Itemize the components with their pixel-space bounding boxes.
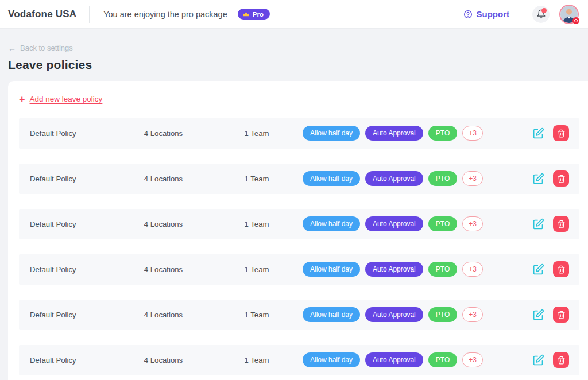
policy-list: Default Policy 4 Locations 1 Team Allow … [19,118,579,375]
edit-policy-button[interactable] [532,218,544,230]
tag-pto: PTO [428,126,457,141]
avatar[interactable] [559,5,579,24]
policy-locations: 4 Locations [116,175,211,183]
tag-allow-half-day: Allow half day [303,307,360,322]
delete-policy-button[interactable] [553,352,569,368]
policy-locations: 4 Locations [116,356,211,365]
edit-policy-button[interactable] [532,263,544,276]
policy-row: Default Policy 4 Locations 1 Team Allow … [19,164,579,194]
tag-pto: PTO [428,352,457,367]
policy-locations: 4 Locations [116,311,211,319]
edit-pencil-icon [532,263,544,276]
tag-pto: PTO [428,171,457,186]
policy-actions [532,261,569,277]
notifications-button[interactable] [532,6,550,23]
delete-policy-button[interactable] [553,261,569,277]
policy-row: Default Policy 4 Locations 1 Team Allow … [19,118,579,149]
add-leave-policy-label: Add new leave policy [30,95,103,103]
edit-pencil-icon [532,309,544,321]
back-arrow-icon: ← [8,44,16,52]
policy-row: Default Policy 4 Locations 1 Team Allow … [19,345,579,375]
trash-icon [557,175,566,183]
tag-more-count[interactable]: +3 [462,126,483,141]
policy-locations: 4 Locations [116,220,211,228]
policy-team: 1 Team [211,311,303,319]
policy-actions [532,216,569,232]
crown-icon [242,10,250,18]
policy-name: Default Policy [30,356,116,365]
trash-icon [557,220,566,228]
policy-tags: Allow half day Auto Approval PTO +3 [303,352,532,367]
tag-more-count[interactable]: +3 [462,216,483,231]
policy-row: Default Policy 4 Locations 1 Team Allow … [19,254,579,285]
tag-allow-half-day: Allow half day [303,216,360,231]
page-title: Leave policies [8,58,588,72]
package-message: You are enjoying the pro package [103,10,227,19]
leave-policies-card: + Add new leave policy Default Policy 4 … [8,81,588,380]
edit-policy-button[interactable] [532,127,544,139]
policy-name: Default Policy [30,311,116,319]
back-to-settings-link[interactable]: ← Back to settings [8,44,73,52]
policy-name: Default Policy [30,175,116,183]
back-link-label: Back to settings [20,44,73,52]
support-label: Support [477,9,510,19]
edit-pencil-icon [532,354,544,366]
policy-tags: Allow half day Auto Approval PTO +3 [303,171,532,186]
tag-pto: PTO [428,307,457,322]
header-actions: Support [460,5,579,24]
tag-allow-half-day: Allow half day [303,352,360,367]
edit-pencil-icon [532,127,544,139]
policy-team: 1 Team [211,220,303,228]
plus-icon: + [19,94,25,104]
tag-pto: PTO [428,262,457,277]
trash-icon [557,356,566,365]
policy-tags: Allow half day Auto Approval PTO +3 [303,126,532,141]
policy-actions [532,307,569,323]
help-circle-icon [463,10,473,19]
policy-tags: Allow half day Auto Approval PTO +3 [303,216,532,231]
tag-pto: PTO [428,216,457,231]
policy-name: Default Policy [30,129,116,138]
pro-badge-label: Pro [253,11,264,18]
policy-locations: 4 Locations [116,129,211,138]
delete-policy-button[interactable] [553,125,569,141]
edit-pencil-icon [532,173,544,185]
policy-actions [532,170,569,187]
delete-policy-button[interactable] [553,307,569,323]
tag-allow-half-day: Allow half day [303,171,360,186]
policy-row: Default Policy 4 Locations 1 Team Allow … [19,300,579,330]
support-link[interactable]: Support [460,9,513,20]
add-leave-policy-button[interactable]: + Add new leave policy [19,94,102,104]
tag-more-count[interactable]: +3 [462,307,483,322]
delete-policy-button[interactable] [553,216,569,232]
policy-tags: Allow half day Auto Approval PTO +3 [303,262,532,277]
policy-name: Default Policy [30,220,116,228]
tag-more-count[interactable]: +3 [462,171,483,186]
tag-more-count[interactable]: +3 [462,352,483,367]
tag-auto-approval: Auto Approval [365,307,423,322]
edit-pencil-icon [532,218,544,230]
tag-auto-approval: Auto Approval [365,262,423,277]
tag-auto-approval: Auto Approval [365,216,423,231]
policy-team: 1 Team [211,265,303,274]
tag-allow-half-day: Allow half day [303,262,360,277]
tag-allow-half-day: Allow half day [303,126,360,141]
top-header: Vodafone USA You are enjoying the pro pa… [0,0,588,29]
edit-policy-button[interactable] [532,173,544,185]
policy-row: Default Policy 4 Locations 1 Team Allow … [19,209,579,239]
policy-team: 1 Team [211,129,303,138]
avatar-badge [572,17,579,24]
trash-icon [557,311,566,319]
delete-policy-button[interactable] [553,170,569,187]
pro-badge: Pro [238,9,270,20]
trash-icon [557,129,566,138]
header-divider [89,6,90,23]
policy-name: Default Policy [30,265,116,274]
policy-actions [532,125,569,141]
edit-policy-button[interactable] [532,354,544,366]
notification-dot [541,8,547,13]
tag-auto-approval: Auto Approval [365,126,423,141]
edit-policy-button[interactable] [532,309,544,321]
tag-more-count[interactable]: +3 [462,262,483,277]
tag-auto-approval: Auto Approval [365,352,423,367]
